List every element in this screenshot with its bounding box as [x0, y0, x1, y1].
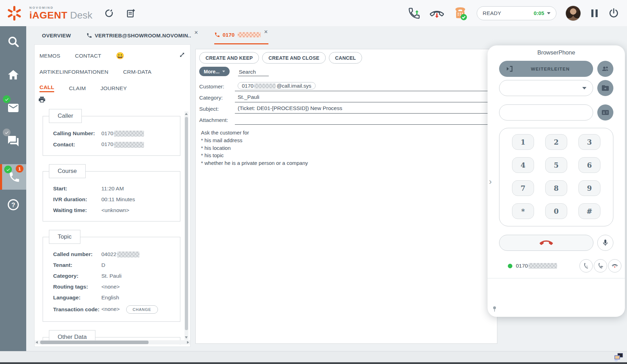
dialpad-key-4[interactable]: 4 [512, 157, 534, 173]
sidebar-item-mail[interactable] [0, 95, 26, 121]
scroll-down-icon[interactable] [185, 336, 188, 338]
field-value: D [101, 262, 174, 268]
tab-claim[interactable]: CLAIM [69, 85, 86, 92]
people-icon [601, 65, 610, 73]
scrollbar-thumb[interactable] [40, 341, 149, 344]
tab-call-label: 0170 [223, 32, 235, 38]
sidebar-item-chat[interactable] [0, 128, 26, 154]
print-icon[interactable] [38, 96, 46, 103]
close-icon[interactable]: × [263, 28, 268, 36]
avatar[interactable] [565, 6, 581, 21]
horizontal-scrollbar[interactable] [35, 340, 190, 344]
close-icon[interactable]: × [194, 29, 199, 36]
tab-crm-data[interactable]: CRM-DATA [123, 69, 151, 75]
more-dropdown-button[interactable]: More... [199, 67, 230, 76]
dialpad-key-8[interactable]: 8 [545, 180, 567, 196]
create-and-keep-button[interactable]: CREATE AND KEEP [199, 52, 259, 64]
subject-input[interactable]: (Ticket: DE01-[PROCESSID]) New Process [235, 105, 493, 114]
dialpad-key-2[interactable]: 2 [545, 134, 567, 150]
customer-input[interactable]: 0170@call.imail.sys [235, 82, 493, 91]
search-input[interactable] [238, 68, 269, 76]
number-input[interactable] [499, 104, 593, 121]
dialpad-key-3[interactable]: 3 [578, 134, 600, 150]
redacted-number [117, 252, 139, 257]
refresh-icon[interactable] [104, 8, 114, 18]
active-call-row: 0170 [488, 251, 625, 278]
dialpad-key-6[interactable]: 6 [578, 157, 600, 173]
browserphone-title: BrowserPhone [488, 45, 625, 56]
field-label: Tenant: [53, 262, 101, 268]
pause-icon[interactable] [590, 8, 599, 19]
category-input[interactable]: St._Pauli [235, 94, 493, 102]
vertical-scrollbar[interactable] [185, 111, 188, 340]
help-icon: ? [7, 198, 20, 211]
dialpad-key-hash[interactable]: # [578, 203, 600, 219]
call-hangup-icon[interactable] [430, 6, 444, 20]
call-pickup-icon[interactable] [408, 7, 421, 20]
scroll-left-icon[interactable] [36, 341, 38, 344]
status-timer: 0:05 [534, 10, 544, 16]
chevron-down-icon [582, 87, 586, 89]
collapse-handle-icon[interactable]: › [489, 177, 492, 186]
agent-status-selector[interactable]: READY 0:05 [477, 6, 556, 20]
address-book-button[interactable] [597, 104, 613, 121]
scroll-up-icon[interactable] [185, 113, 188, 115]
directory-button[interactable] [597, 80, 613, 96]
sidebar-item-phone[interactable]: 1 [0, 164, 26, 190]
create-and-close-button[interactable]: CREATE AND CLOSE [262, 52, 326, 64]
tab-contact[interactable]: CONTACT [75, 53, 101, 59]
cancel-button[interactable]: CANCEL [329, 52, 362, 64]
call-number: 0170 [516, 263, 528, 269]
call-active-indicator [508, 264, 512, 268]
tab-call[interactable]: CALL [39, 84, 54, 92]
sidebar-item-help[interactable]: ? [0, 191, 26, 218]
contacts-button[interactable] [597, 61, 613, 77]
scrollbar-thumb[interactable] [185, 117, 188, 330]
mail-status-badge [3, 95, 10, 103]
tab-active-call[interactable]: 0170 × [214, 26, 268, 44]
destination-select[interactable] [499, 80, 593, 96]
mute-microphone-button[interactable] [597, 235, 613, 251]
transfer-button[interactable]: WEITERLEITEN [499, 61, 593, 77]
field-label: Start: [53, 185, 101, 192]
field-value: English [101, 294, 174, 301]
tab-overview[interactable]: OVERVIEW [42, 26, 71, 44]
change-transaction-code-button[interactable]: CHANGE [126, 305, 158, 314]
attachment-label: Attachment: [199, 117, 235, 125]
network-status-icon [612, 352, 624, 362]
tab-mailbox[interactable]: VERTRIEB@SHOWROOM.NOVOMIN.. × [86, 26, 199, 44]
dialpad-key-7[interactable]: 7 [512, 180, 534, 196]
pin-icon[interactable] [492, 306, 497, 312]
hangup-button[interactable] [499, 235, 593, 251]
tab-memos[interactable]: MEMOS [39, 53, 60, 59]
tab-artikelinformationen[interactable]: ARTIKELINFORMATIONEN [39, 69, 108, 75]
field-value: 04022 [101, 251, 174, 257]
field-value: <none>CHANGE [101, 305, 174, 314]
subject-label: Subject: [199, 106, 235, 114]
scroll-right-icon[interactable] [187, 341, 189, 344]
mood-emoji-icon[interactable]: 😀 [116, 52, 124, 60]
dialpad-key-9[interactable]: 9 [578, 180, 600, 196]
sidebar-item-search[interactable] [0, 28, 26, 54]
new-memo-icon[interactable] [126, 8, 136, 18]
dialpad-key-star[interactable]: * [512, 203, 534, 219]
sidebar-item-home[interactable] [0, 61, 26, 88]
dialpad-key-5[interactable]: 5 [545, 157, 567, 173]
dialpad-key-0[interactable]: 0 [545, 203, 567, 219]
field-value: St. Pauli [101, 273, 174, 279]
workspace-tabbar: OVERVIEW VERTRIEB@SHOWROOM.NOVOMIN.. × 0… [26, 26, 627, 44]
message-body-editor[interactable]: Ask the customer for * his mail address … [199, 129, 493, 167]
resume-call-button[interactable] [594, 259, 607, 272]
tab-journey[interactable]: JOURNEY [101, 85, 127, 92]
divider [488, 278, 625, 278]
logout-power-icon[interactable] [608, 8, 619, 19]
dialpad-key-1[interactable]: 1 [512, 134, 534, 150]
phone-hold-icon [583, 262, 590, 269]
attachment-input[interactable] [235, 116, 493, 125]
softphone-ready-icon[interactable] [453, 6, 468, 21]
redacted-number [238, 32, 261, 37]
customer-address-chip[interactable]: 0170@call.imail.sys [238, 82, 316, 89]
end-call-button[interactable] [608, 259, 621, 272]
hold-call-button[interactable] [579, 259, 593, 272]
expand-icon[interactable] [178, 51, 186, 59]
